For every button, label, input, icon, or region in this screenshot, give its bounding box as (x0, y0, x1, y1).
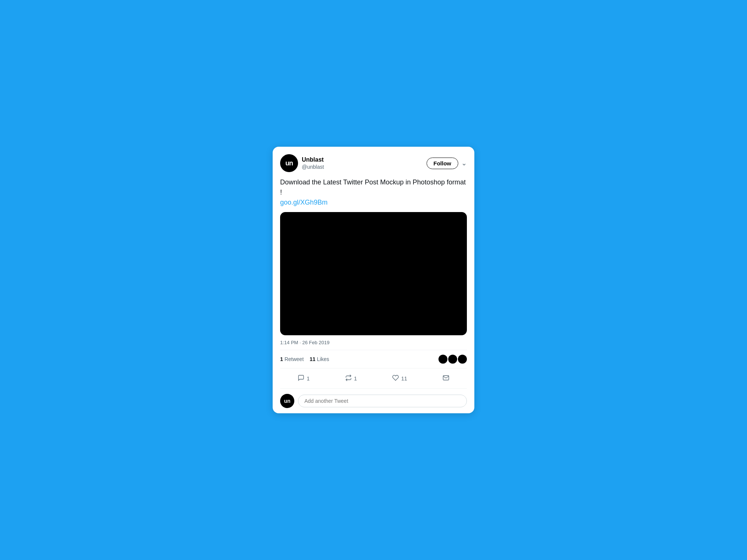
reply-icon (298, 374, 304, 382)
tweet-header: un Unblast @unblast Follow ⌄ (280, 154, 467, 172)
retweet-label: Retweet (285, 356, 304, 362)
follow-button[interactable]: Follow (427, 158, 459, 169)
likes-count: 11 (310, 356, 316, 362)
avatar-initials: un (285, 159, 293, 167)
user-info: Unblast @unblast (302, 156, 324, 171)
retweet-action[interactable]: 1 (342, 371, 360, 385)
tweet-header-right: Follow ⌄ (427, 158, 467, 169)
liker-avatar-1 (438, 355, 447, 364)
avatar: un (280, 154, 298, 172)
retweet-icon (345, 374, 352, 382)
like-action[interactable]: 11 (389, 371, 410, 385)
reply-count: 1 (307, 376, 310, 382)
retweet-count: 1 (280, 356, 283, 362)
tweet-card: un Unblast @unblast Follow ⌄ Download th… (273, 147, 474, 413)
like-count: 11 (401, 376, 407, 382)
liker-avatar-2 (448, 355, 457, 364)
avatar-stack (438, 355, 467, 364)
heart-icon (392, 374, 399, 382)
chevron-down-icon[interactable]: ⌄ (461, 159, 467, 167)
likes-label: Likes (317, 356, 329, 362)
user-handle: @unblast (302, 164, 324, 170)
tweet-link[interactable]: goo.gl/XGh9Bm (280, 199, 328, 206)
compose-avatar-initials: un (284, 398, 290, 404)
liker-avatar-3 (458, 355, 467, 364)
compose-input[interactable] (298, 395, 467, 407)
tweet-actions: 1 1 11 (280, 368, 467, 389)
tweet-compose: un (280, 389, 467, 413)
retweet-action-count: 1 (354, 376, 357, 382)
tweet-header-left: un Unblast @unblast (280, 154, 324, 172)
tweet-timestamp: 1:14 PM · 26 Feb 2019 (280, 340, 467, 350)
dm-action[interactable] (440, 371, 452, 385)
tweet-stats: 1 Retweet 11 Likes (280, 355, 467, 368)
user-name: Unblast (302, 156, 324, 164)
retweet-stat: 1 Retweet (280, 356, 304, 362)
compose-avatar: un (280, 394, 294, 408)
tweet-text: Download the Latest Twitter Post Mockup … (280, 178, 466, 196)
mail-icon (443, 374, 449, 382)
tweet-media-image (280, 212, 467, 335)
reply-action[interactable]: 1 (295, 371, 313, 385)
likes-stat: 11 Likes (310, 356, 329, 362)
tweet-body: Download the Latest Twitter Post Mockup … (280, 177, 467, 208)
